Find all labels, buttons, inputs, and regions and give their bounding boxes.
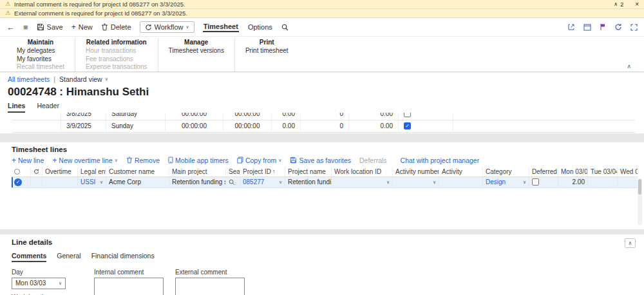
tab-comments[interactable]: Comments xyxy=(12,252,46,262)
close-message-bar-icon[interactable]: × xyxy=(635,1,639,8)
share-icon[interactable] xyxy=(567,23,575,31)
expand-icon[interactable] xyxy=(630,24,638,31)
copy-from-button[interactable]: Copy from ∨ xyxy=(237,157,282,164)
col-work-location-id[interactable]: Work location ID xyxy=(332,167,393,176)
sort-ascending-icon: ↑ xyxy=(272,168,276,175)
mobile-app-timers-button[interactable]: Mobile app timers xyxy=(168,157,229,164)
cell-total: 0.00 xyxy=(272,113,301,120)
refresh-icon[interactable] xyxy=(614,23,622,31)
view-selector[interactable]: Standard view ∨ xyxy=(59,75,108,83)
breadcrumb-all-timesheets[interactable]: All timesheets xyxy=(8,75,50,83)
tab-options[interactable]: Options xyxy=(247,23,273,31)
col-select-all[interactable] xyxy=(12,167,31,176)
back-icon[interactable]: ← xyxy=(6,23,15,32)
day-select[interactable]: Mon 03/03 ∨ xyxy=(12,278,66,289)
message-text: Internal comment is required for project… xyxy=(14,1,185,8)
delete-button[interactable]: Delete xyxy=(101,23,131,31)
message-bar-external-comment: ⚠ External comment is required for proje… xyxy=(0,9,644,18)
cell-overtime[interactable] xyxy=(43,177,78,187)
sync-icon xyxy=(33,169,39,175)
cell-filler xyxy=(453,120,635,132)
col-category[interactable]: Category xyxy=(483,167,529,176)
cell-project-id[interactable]: 085277 ∨ xyxy=(240,177,285,187)
flag-icon[interactable] xyxy=(600,23,606,31)
cell-work-location-id[interactable]: ∨ xyxy=(332,177,393,187)
cell-filler xyxy=(453,113,635,120)
timesheet-line-row[interactable]: ✓ USSI ∨ Acme Corp Retention funding sou… xyxy=(12,177,638,188)
hamburger-icon[interactable]: ≡ xyxy=(23,23,28,32)
remove-button[interactable]: Remove xyxy=(126,157,160,164)
tab-lines[interactable]: Lines xyxy=(8,102,25,113)
workflow-button[interactable]: Workflow ∨ xyxy=(140,21,194,33)
cell-time2: 00:00:00 xyxy=(223,113,272,120)
day-checkbox[interactable] xyxy=(404,113,411,118)
new-overtime-line-button[interactable]: + New overtime line ∨ xyxy=(52,157,118,164)
chevron-down-icon: ∨ xyxy=(186,24,189,30)
deferred-checkbox[interactable] xyxy=(532,178,539,186)
comments-fields: Day Mon 03/03 ∨ Work location ∨ Internal… xyxy=(12,269,638,295)
calendar-row-saturday[interactable]: 3/8/2025 Saturday 00:00:00 00:00:00 0.00… xyxy=(12,113,635,120)
calendar-row-sunday[interactable]: 3/9/2025 Sunday 00:00:00 00:00:00 0.00 0… xyxy=(12,120,635,133)
page-tabs: Lines Header xyxy=(8,100,636,113)
col-search[interactable]: Sea... xyxy=(226,167,240,176)
collapse-messages-icon[interactable]: ∧ xyxy=(614,1,618,7)
view-selector-label: Standard view xyxy=(59,75,102,83)
tab-timesheet[interactable]: Timesheet xyxy=(203,23,239,32)
menu-item-my-delegates[interactable]: My delegates xyxy=(17,47,55,55)
cell-day1-hours[interactable]: 2.00 xyxy=(558,177,588,187)
collapse-section-icon[interactable]: ∧ xyxy=(625,238,636,248)
tab-general[interactable]: General xyxy=(57,252,80,262)
cell-project-name[interactable]: Retention funding... xyxy=(285,177,332,187)
section-divider xyxy=(0,133,644,142)
copy-from-label: Copy from xyxy=(245,157,276,164)
col-project-name[interactable]: Project name xyxy=(285,167,332,176)
save-as-favorites-button[interactable]: Save as favorites xyxy=(290,157,351,164)
menu-item-my-favorites[interactable]: My favorites xyxy=(17,55,52,64)
tab-financial-dimensions[interactable]: Financial dimensions xyxy=(91,252,155,262)
search-icon[interactable] xyxy=(281,24,289,31)
day-checkbox[interactable]: ✓ xyxy=(404,122,411,129)
cell-day3-hours[interactable] xyxy=(618,177,638,187)
new-button[interactable]: + New xyxy=(71,23,93,31)
vertical-scrollbar[interactable] xyxy=(638,178,642,225)
cell-legal-entity[interactable]: USSI ∨ xyxy=(78,177,106,187)
new-line-button[interactable]: + New line xyxy=(12,157,44,164)
tab-header[interactable]: Header xyxy=(37,102,59,113)
col-activity[interactable]: Activity xyxy=(439,167,483,176)
menu-item-timesheet-versions[interactable]: Timesheet versions xyxy=(169,47,224,55)
save-as-favorites-label: Save as favorites xyxy=(299,157,351,164)
cell-deferred[interactable] xyxy=(529,177,558,187)
col-deferred[interactable]: Deferred xyxy=(529,167,558,176)
new-label: New xyxy=(79,23,93,31)
col-day1[interactable]: Mon 03/03 xyxy=(558,167,588,176)
cell-select[interactable]: ✓ xyxy=(12,177,31,187)
cell-main-project[interactable]: Retention funding sources xyxy=(169,177,226,187)
cell-activity[interactable] xyxy=(439,177,483,187)
col-activity-number[interactable]: Activity number xyxy=(393,167,439,176)
chat-with-project-manager-button[interactable]: Chat with project manager xyxy=(401,157,480,164)
cell-day2-hours[interactable] xyxy=(588,177,618,187)
cell-activity-number[interactable]: ∨ xyxy=(393,177,439,187)
deferrals-button: Deferrals xyxy=(359,157,387,164)
cell-customer-name[interactable]: Acme Corp xyxy=(106,177,169,187)
save-button[interactable]: Save xyxy=(37,23,63,31)
collapse-ribbon-icon[interactable]: ∧ xyxy=(627,63,631,70)
col-main-project[interactable]: Main project xyxy=(169,167,226,176)
col-project-id[interactable]: Project ID ↑ xyxy=(240,167,285,176)
col-customer-name[interactable]: Customer name xyxy=(106,167,169,176)
cell-search[interactable] xyxy=(226,177,240,187)
col-day2[interactable]: Tue 03/04 xyxy=(588,167,618,176)
col-day3[interactable]: Wed 03/05 xyxy=(618,167,638,176)
copy-icon xyxy=(237,157,243,164)
external-comment-textarea[interactable] xyxy=(175,278,245,295)
cell-category[interactable]: Design ∨ xyxy=(483,177,529,187)
col-overtime[interactable]: Overtime xyxy=(43,167,78,176)
internal-comment-label: Internal comment xyxy=(94,269,164,276)
internal-comment-textarea[interactable] xyxy=(94,278,164,295)
window-icon[interactable] xyxy=(583,24,591,31)
chevron-down-icon: ∨ xyxy=(105,77,108,82)
scrollbar-thumb[interactable] xyxy=(638,179,641,195)
col-legal-entity[interactable]: Legal entity xyxy=(78,167,106,176)
cell-checkbox: ✓ xyxy=(399,120,453,132)
menu-item-print-timesheet[interactable]: Print timesheet xyxy=(245,47,289,55)
